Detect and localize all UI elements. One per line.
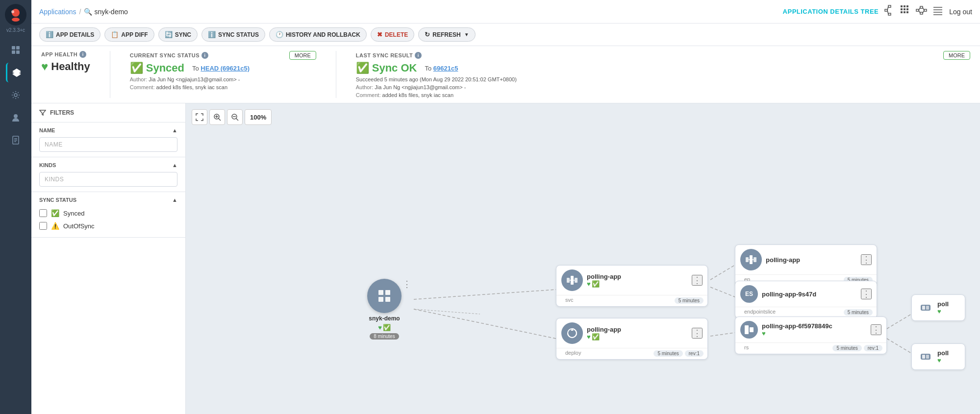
6f59-footer: rs 5 minutes rev:1 bbox=[735, 342, 886, 354]
current-sync-info-icon[interactable]: i bbox=[201, 52, 208, 59]
pod2-node[interactable]: poll ♥ bbox=[911, 343, 965, 370]
app-root-menu[interactable]: ⋮ bbox=[402, 280, 411, 289]
ep-menu-button[interactable]: ⋮ bbox=[861, 254, 872, 265]
current-sync-section: CURRENT SYNC STATUS i MORE ✅ Synced To H… bbox=[130, 51, 316, 90]
pod2-icon bbox=[917, 348, 934, 365]
sidebar-item-layers[interactable] bbox=[6, 63, 25, 82]
kinds-filter-label: KINDS bbox=[39, 162, 56, 168]
outofsync-badge-icon: ⚠️ bbox=[51, 222, 59, 230]
logout-button[interactable]: Log out bbox=[949, 8, 972, 16]
sync-status-filter-header[interactable]: SYNC STATUS ▲ bbox=[39, 197, 177, 203]
9s47d-time: 5 minutes bbox=[844, 309, 873, 316]
svg-rect-13 bbox=[885, 9, 887, 11]
svg-rect-29 bbox=[920, 12, 923, 14]
current-sync-more-button[interactable]: MORE bbox=[289, 51, 316, 60]
health-heart-icon: ♥ bbox=[41, 60, 48, 73]
grid-view-icon[interactable] bbox=[900, 5, 911, 18]
author-value: Jia Jun Ng <ngjiajun13@gmail.com> - bbox=[149, 76, 240, 82]
polling-app-6f59-node[interactable]: polling-app-6f5978849c ♥ ⋮ rs 5 minutes … bbox=[735, 317, 887, 354]
sync-status-button[interactable]: ℹ️ SYNC STATUS bbox=[201, 27, 265, 42]
status-divider-2 bbox=[336, 51, 336, 98]
synced-checkbox[interactable] bbox=[39, 209, 47, 217]
search-icon: 🔍 bbox=[84, 8, 92, 16]
app-health-info-icon[interactable]: i bbox=[79, 51, 86, 58]
deploy-sync-icon: ✅ bbox=[592, 333, 600, 341]
synced-filter-item: ✅ Synced bbox=[39, 207, 177, 219]
sidebar: v2.3.3+c bbox=[0, 0, 31, 414]
kinds-filter-input[interactable] bbox=[39, 172, 177, 187]
app-diff-button[interactable]: 📋 APP DIFF bbox=[104, 27, 154, 42]
rs-icon bbox=[740, 321, 758, 339]
svg-point-1 bbox=[11, 10, 14, 13]
graph-area: 100% bbox=[186, 103, 980, 414]
app-diff-label: APP DIFF bbox=[121, 31, 148, 38]
filters-header: FILTERS bbox=[31, 103, 185, 122]
delete-button[interactable]: ✖ DELETE bbox=[371, 27, 414, 42]
app-details-label: APP DETAILS bbox=[56, 31, 94, 38]
svc-status: ♥ ✅ bbox=[587, 280, 621, 288]
deploy-menu-button[interactable]: ⋮ bbox=[692, 328, 703, 339]
zoom-out-button[interactable] bbox=[227, 109, 243, 125]
polling-app-svc-node[interactable]: polling-app ♥ ✅ ⋮ svc 5 minutes bbox=[556, 265, 708, 307]
last-sync-comment-label: Comment: bbox=[356, 92, 381, 98]
outofsync-checkbox[interactable] bbox=[39, 222, 47, 230]
polling-app-ep-node[interactable]: polling-app ⋮ ep 5 minutes bbox=[735, 244, 877, 286]
delete-label: DELETE bbox=[385, 31, 408, 38]
sidebar-item-apps[interactable] bbox=[6, 40, 25, 60]
svg-rect-21 bbox=[901, 8, 903, 10]
sidebar-item-settings[interactable] bbox=[6, 85, 25, 105]
last-sync-value: ✅ Sync OK bbox=[356, 62, 417, 74]
sync-icon: 🔄 bbox=[165, 31, 173, 38]
svg-rect-58 bbox=[567, 278, 570, 283]
9s47d-menu-button[interactable]: ⋮ bbox=[861, 289, 872, 299]
history-rollback-button[interactable]: 🕐 HISTORY AND ROLLBACK bbox=[269, 27, 367, 42]
kinds-filter-header[interactable]: KINDS ▲ bbox=[39, 162, 177, 168]
sync-status-text: Synced bbox=[146, 62, 184, 74]
comment-label: Comment: bbox=[130, 84, 155, 90]
last-sync-more-button[interactable]: MORE bbox=[943, 51, 970, 60]
fit-graph-button[interactable] bbox=[192, 109, 207, 125]
current-sync-title: CURRENT SYNC STATUS i bbox=[130, 52, 208, 59]
svc-menu-button[interactable]: ⋮ bbox=[692, 275, 703, 286]
svc-heart-icon: ♥ bbox=[587, 280, 591, 288]
sidebar-item-docs[interactable] bbox=[6, 130, 25, 150]
deploy-title: polling-app bbox=[587, 326, 621, 333]
sidebar-item-user[interactable] bbox=[6, 108, 25, 127]
svg-line-16 bbox=[887, 6, 888, 10]
svg-rect-55 bbox=[385, 290, 390, 295]
last-sync-title: LAST SYNC RESULT i bbox=[356, 52, 422, 59]
svg-rect-66 bbox=[754, 257, 756, 262]
current-sync-value: ✅ Synced bbox=[130, 62, 184, 74]
comment-value: added k8s files, snyk iac scan bbox=[156, 84, 228, 90]
breadcrumb: Applications / 🔍 snyk-demo bbox=[39, 8, 128, 16]
polling-app-9s47d-node[interactable]: ES polling-app-9s47d ⋮ endpointslice 5 m… bbox=[735, 281, 877, 318]
6f59-menu-button[interactable]: ⋮ bbox=[871, 324, 881, 335]
svg-point-2 bbox=[12, 18, 20, 22]
pod1-node[interactable]: poll ♥ bbox=[911, 294, 965, 321]
zoom-in-button[interactable] bbox=[209, 109, 225, 125]
app-root-label: snyk-demo bbox=[369, 315, 400, 322]
name-filter-input[interactable] bbox=[39, 137, 177, 152]
synced-badge-icon: ✅ bbox=[51, 209, 59, 217]
svg-point-7 bbox=[14, 94, 17, 97]
deploy-status: ♥ ✅ bbox=[587, 333, 621, 341]
sync-head-link[interactable]: HEAD (69621c5) bbox=[201, 65, 250, 72]
polling-app-deploy-node[interactable]: polling-app ♥ ✅ ⋮ deploy 5 minutes rev:1 bbox=[556, 318, 708, 360]
name-filter-header[interactable]: NAME ▲ bbox=[39, 127, 177, 133]
tree-view-icon[interactable] bbox=[884, 5, 895, 18]
last-sync-info-icon[interactable]: i bbox=[415, 52, 422, 59]
list-view-icon[interactable] bbox=[932, 5, 943, 18]
sync-button[interactable]: 🔄 SYNC bbox=[158, 27, 198, 42]
svg-rect-65 bbox=[750, 255, 753, 264]
pod2-status: ♥ bbox=[937, 357, 949, 364]
svc-sync-icon: ✅ bbox=[592, 280, 600, 288]
refresh-button[interactable]: ↻ REFRESH ▼ bbox=[418, 27, 475, 42]
diagram-view-icon[interactable] bbox=[916, 6, 928, 17]
app-details-button[interactable]: ℹ️ APP DETAILS bbox=[39, 27, 101, 42]
last-sync-commit-link[interactable]: 69621c5 bbox=[433, 65, 458, 72]
deploy-rev: rev:1 bbox=[685, 350, 704, 357]
app-root-node[interactable]: snyk-demo ♥ ✅ 8 minutes ⋮ bbox=[367, 279, 402, 340]
breadcrumb-applications[interactable]: Applications bbox=[39, 8, 76, 16]
outofsync-label: OutOfSync bbox=[63, 222, 95, 230]
action-bar: ℹ️ APP DETAILS 📋 APP DIFF 🔄 SYNC ℹ️ SYNC… bbox=[31, 24, 980, 46]
